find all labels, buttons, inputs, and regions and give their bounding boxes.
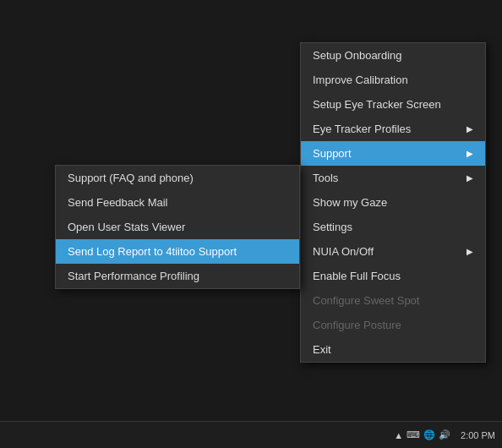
taskbar-time: 2:00 PM [461,430,495,440]
taskbar-icons: ▲ ⌨ 🌐 🔊 2:00 PM [394,429,495,440]
menu-item-configure-posture: Configure Posture [301,313,485,337]
menu-item-label-settings: Settings [313,221,352,233]
taskbar: ▲ ⌨ 🌐 🔊 2:00 PM [0,421,502,448]
menu-item-settings[interactable]: Settings [301,215,485,239]
arrow-right-icon: ▶ [467,149,473,158]
chevron-up-icon: ▲ [394,430,403,440]
menu-item-label-nuia-on-off: NUIA On/Off [313,245,374,258]
menu-item-setup-eye-tracker-screen[interactable]: Setup Eye Tracker Screen [301,92,485,117]
arrow-right-icon: ▶ [467,124,473,134]
menu-item-enable-full-focus[interactable]: Enable Full Focus [301,264,485,288]
menu-item-label-exit: Exit [313,343,331,356]
menu-item-label-configure-posture: Configure Posture [313,319,401,331]
menu-item-label-enable-full-focus: Enable Full Focus [313,270,401,282]
menu-item-label-setup-eye-tracker-screen: Setup Eye Tracker Screen [313,98,441,111]
menu-item-label-support: Support [313,147,352,160]
submenu-item-send-feedback[interactable]: Send Feedback Mail [56,190,299,215]
menu-item-label-eye-tracker-profiles: Eye Tracker Profiles [313,123,411,135]
menu-item-eye-tracker-profiles[interactable]: Eye Tracker Profiles▶ [301,117,485,141]
submenu-item-open-user-stats[interactable]: Open User Stats Viewer [56,215,299,239]
submenu-item-start-performance-profiling[interactable]: Start Performance Profiling [56,264,299,288]
menu-item-exit[interactable]: Exit [301,337,485,362]
context-menu-sub: Support (FAQ and phone)Send Feedback Mai… [55,165,300,289]
submenu-item-label-open-user-stats: Open User Stats Viewer [68,221,185,233]
menu-item-show-my-gaze[interactable]: Show my Gaze [301,190,485,215]
menu-item-configure-sweet-spot: Configure Sweet Spot [301,288,485,313]
menu-item-label-setup-onboarding: Setup Onboarding [313,49,402,62]
submenu-item-label-support-faq: Support (FAQ and phone) [68,172,194,184]
arrow-right-icon: ▶ [467,247,473,256]
menu-item-support[interactable]: Support▶ [301,141,485,166]
submenu-item-label-start-performance-profiling: Start Performance Profiling [68,270,199,282]
menu-item-nuia-on-off[interactable]: NUIA On/Off▶ [301,239,485,264]
submenu-item-send-log-report[interactable]: Send Log Report to 4tiitoo Support [56,239,299,264]
context-menu-main: Setup OnboardingImprove CalibrationSetup… [300,42,486,363]
menu-item-improve-calibration[interactable]: Improve Calibration [301,68,485,92]
menu-item-label-improve-calibration: Improve Calibration [313,74,408,86]
menu-item-label-tools: Tools [313,172,338,184]
submenu-item-label-send-log-report: Send Log Report to 4tiitoo Support [68,245,237,258]
menu-item-tools[interactable]: Tools▶ [301,166,485,190]
taskbar-icon-network: 🌐 [423,429,435,440]
submenu-item-support-faq[interactable]: Support (FAQ and phone) [56,166,299,190]
taskbar-icon-keyboard: ⌨ [407,429,420,440]
menu-item-setup-onboarding[interactable]: Setup Onboarding [301,43,485,68]
submenu-item-label-send-feedback: Send Feedback Mail [68,196,168,209]
arrow-right-icon: ▶ [467,173,473,183]
menu-item-label-configure-sweet-spot: Configure Sweet Spot [313,294,419,307]
menu-item-label-show-my-gaze: Show my Gaze [313,196,387,209]
taskbar-icon-volume: 🔊 [439,429,450,440]
